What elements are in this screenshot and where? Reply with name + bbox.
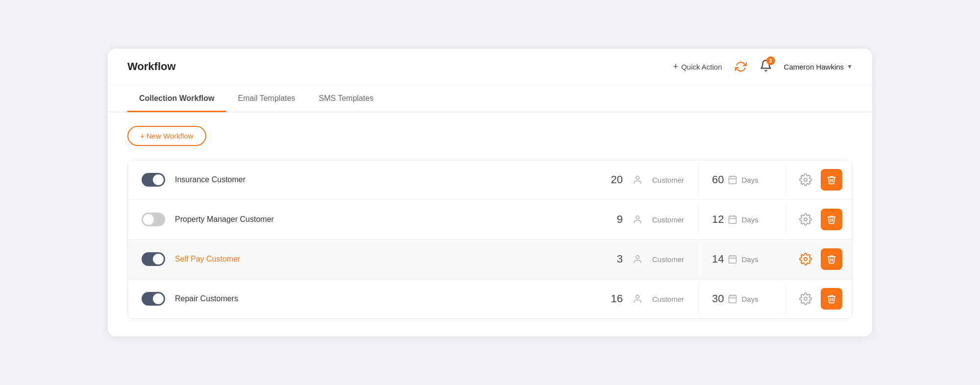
svg-rect-1 — [729, 176, 736, 184]
table-row: Self Pay Customer 3 Customer 14 — [128, 240, 852, 279]
svg-point-23 — [804, 297, 808, 301]
toggle-selfpay[interactable] — [142, 252, 165, 266]
calendar-icon-1 — [728, 175, 737, 185]
user-name: Cameron Hawkins — [784, 63, 844, 71]
workflow-name-3: Self Pay Customer — [175, 255, 240, 264]
workflow-days-3: 14 — [712, 253, 724, 265]
page-title: Workflow — [127, 60, 176, 73]
row-main-4: Repair Customers 16 Customer — [128, 283, 698, 314]
row-actions-4 — [786, 279, 852, 318]
svg-point-17 — [804, 258, 808, 261]
workflow-count-3: 3 — [617, 253, 623, 265]
tab-collection-workflow[interactable]: Collection Workflow — [127, 85, 226, 112]
chevron-down-icon: ▼ — [847, 63, 853, 70]
content-area: + New Workflow Insurance Customer 20 — [108, 112, 872, 337]
row-actions-3 — [786, 240, 852, 279]
row-main-2: Property Manager Customer 9 Customer — [128, 204, 698, 235]
row-actions-1 — [786, 160, 852, 199]
tabs: Collection Workflow Email Templates SMS … — [108, 85, 872, 112]
delete-button-3[interactable] — [821, 248, 842, 270]
workflow-days-2: 12 — [712, 213, 724, 226]
toggle-property[interactable] — [142, 213, 165, 226]
workflow-days-1: 60 — [712, 173, 724, 186]
customer-icon-2 — [633, 215, 642, 224]
row-main-1: Insurance Customer 20 Customer — [128, 164, 698, 195]
settings-button-1[interactable] — [796, 170, 815, 189]
quick-action-label: Quick Action — [681, 63, 722, 71]
settings-button-2[interactable] — [796, 210, 815, 229]
svg-rect-13 — [729, 256, 736, 263]
workflow-count-4: 16 — [611, 292, 622, 305]
tab-sms-templates[interactable]: SMS Templates — [307, 85, 386, 112]
quick-action-button[interactable]: + Quick Action — [673, 62, 722, 72]
row-days-1: 60 Days — [698, 165, 786, 195]
calendar-icon-3 — [728, 254, 737, 264]
workflow-days-label-2: Days — [741, 216, 758, 224]
row-days-3: 14 Days — [698, 244, 786, 274]
plus-icon: + — [673, 62, 679, 72]
tab-email-templates[interactable]: Email Templates — [226, 85, 307, 112]
new-workflow-button[interactable]: + New Workflow — [127, 126, 206, 146]
workflow-days-label-3: Days — [741, 255, 758, 264]
svg-point-12 — [636, 256, 639, 259]
user-menu[interactable]: Cameron Hawkins ▼ — [784, 63, 853, 71]
workflow-name-2: Property Manager Customer — [175, 215, 274, 224]
toggle-insurance[interactable] — [142, 173, 165, 187]
workflow-name-1: Insurance Customer — [175, 175, 245, 184]
table-row: Property Manager Customer 9 Customer 12 — [128, 200, 852, 240]
settings-button-3[interactable] — [796, 250, 815, 268]
header-right: + Quick Action 3 Cameron Hawkins — [673, 59, 853, 74]
main-card: Workflow + Quick Action 3 — [108, 48, 872, 337]
svg-point-0 — [636, 176, 639, 180]
delete-button-2[interactable] — [821, 209, 842, 230]
refresh-button[interactable] — [734, 60, 748, 73]
svg-point-6 — [636, 216, 639, 219]
svg-point-18 — [636, 295, 639, 299]
workflow-meta-label-3: Customer — [652, 255, 684, 264]
workflow-name-4: Repair Customers — [175, 294, 238, 303]
row-main-3: Self Pay Customer 3 Customer — [128, 243, 698, 275]
calendar-icon-4 — [728, 294, 737, 304]
workflow-meta-label-2: Customer — [652, 216, 684, 224]
row-days-4: 30 Days — [698, 284, 786, 314]
notification-badge: 3 — [766, 56, 775, 65]
settings-button-4[interactable] — [796, 289, 815, 308]
svg-rect-19 — [729, 295, 736, 303]
table-row: Repair Customers 16 Customer 30 — [128, 279, 852, 318]
row-actions-2 — [786, 200, 852, 239]
workflow-table: Insurance Customer 20 Customer 60 — [127, 160, 853, 319]
customer-icon-3 — [633, 254, 642, 264]
workflow-count-1: 20 — [611, 173, 622, 186]
workflow-meta-label-4: Customer — [652, 295, 684, 303]
svg-point-5 — [804, 178, 808, 182]
row-days-2: 12 Days — [698, 204, 786, 235]
customer-icon-4 — [633, 294, 642, 304]
delete-button-4[interactable] — [821, 288, 842, 310]
workflow-days-label-1: Days — [741, 176, 758, 184]
svg-rect-7 — [729, 216, 736, 223]
calendar-icon-2 — [728, 215, 737, 224]
notifications-button[interactable]: 3 — [760, 59, 772, 74]
workflow-days-4: 30 — [712, 292, 724, 305]
svg-point-11 — [804, 218, 808, 221]
workflow-meta-label-1: Customer — [652, 176, 684, 184]
workflow-days-label-4: Days — [741, 295, 758, 303]
toggle-repair[interactable] — [142, 292, 165, 306]
header: Workflow + Quick Action 3 — [108, 48, 872, 85]
customer-icon-1 — [633, 175, 642, 185]
table-row: Insurance Customer 20 Customer 60 — [128, 160, 852, 200]
delete-button-1[interactable] — [821, 169, 842, 191]
workflow-count-2: 9 — [617, 213, 623, 226]
